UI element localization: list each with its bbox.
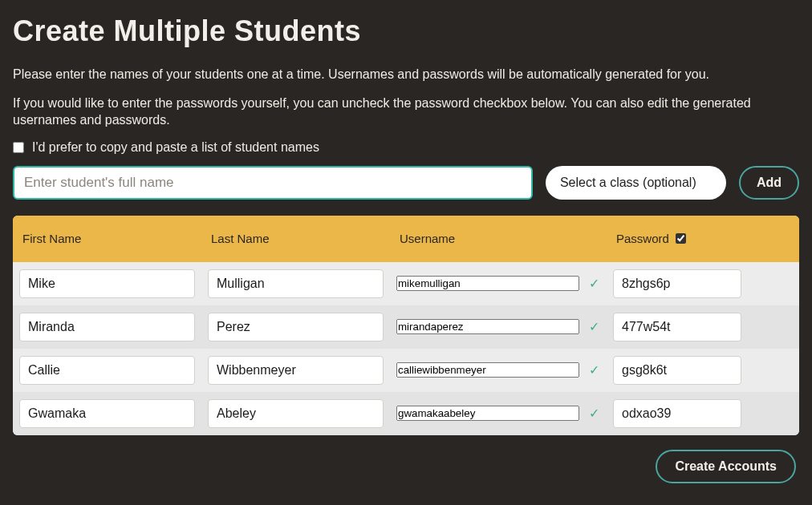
students-table: First Name Last Name Username Password ✓…: [13, 216, 799, 435]
last-name-input[interactable]: [208, 399, 384, 428]
username-input[interactable]: [396, 362, 579, 378]
create-accounts-button[interactable]: Create Accounts: [656, 450, 796, 483]
cell-first-name: [13, 356, 201, 385]
username-input[interactable]: [396, 406, 579, 421]
cell-password: [607, 356, 799, 385]
table-row: ✓: [13, 349, 799, 392]
copy-paste-label[interactable]: I'd prefer to copy and paste a list of s…: [32, 140, 319, 155]
last-name-input[interactable]: [208, 356, 384, 385]
cell-username: ✓: [390, 276, 607, 291]
cell-last-name: [201, 399, 390, 428]
password-input[interactable]: [613, 356, 741, 385]
password-input[interactable]: [613, 313, 741, 341]
cell-username: ✓: [390, 362, 607, 378]
cell-last-name: [201, 269, 390, 298]
header-last-name: Last Name: [201, 232, 390, 245]
student-name-input[interactable]: [13, 166, 533, 200]
last-name-input[interactable]: [208, 313, 384, 341]
instructions-line-2: If you would like to enter the passwords…: [13, 95, 799, 129]
class-select-label: Select a class (optional): [560, 176, 696, 190]
table-row: ✓: [13, 305, 799, 349]
cell-password: [607, 269, 799, 298]
cell-first-name: [13, 313, 201, 341]
header-password-label: Password: [616, 232, 669, 245]
instructions-line-1: Please enter the names of your students …: [13, 66, 799, 83]
cell-last-name: [201, 356, 390, 385]
cell-first-name: [13, 399, 201, 428]
last-name-input[interactable]: [208, 269, 384, 298]
header-username: Username: [390, 232, 607, 245]
check-icon: ✓: [587, 362, 600, 378]
check-icon: ✓: [587, 406, 600, 421]
password-input[interactable]: [613, 269, 741, 298]
first-name-input[interactable]: [19, 313, 195, 341]
table-header: First Name Last Name Username Password: [13, 216, 799, 262]
first-name-input[interactable]: [19, 399, 195, 428]
cell-password: [607, 399, 799, 428]
password-autogen-checkbox[interactable]: [676, 233, 686, 244]
first-name-input[interactable]: [19, 269, 195, 298]
cell-username: ✓: [390, 406, 607, 421]
header-first-name: First Name: [13, 232, 201, 245]
check-icon: ✓: [587, 276, 600, 291]
header-password: Password: [607, 232, 799, 245]
table-row: ✓: [13, 392, 799, 435]
cell-last-name: [201, 313, 390, 341]
username-input[interactable]: [396, 276, 579, 291]
first-name-input[interactable]: [19, 356, 195, 385]
password-input[interactable]: [613, 399, 741, 428]
add-button[interactable]: Add: [739, 166, 799, 200]
cell-username: ✓: [390, 319, 607, 334]
table-row: ✓: [13, 262, 799, 305]
copy-paste-checkbox[interactable]: [13, 142, 24, 153]
page-title: Create Multiple Students: [13, 14, 799, 48]
add-student-row: Select a class (optional) Add: [13, 166, 799, 200]
check-icon: ✓: [587, 319, 600, 334]
copy-paste-preference: I'd prefer to copy and paste a list of s…: [13, 140, 799, 155]
username-input[interactable]: [396, 319, 579, 334]
cell-password: [607, 313, 799, 341]
class-select[interactable]: Select a class (optional): [546, 166, 726, 200]
cell-first-name: [13, 269, 201, 298]
